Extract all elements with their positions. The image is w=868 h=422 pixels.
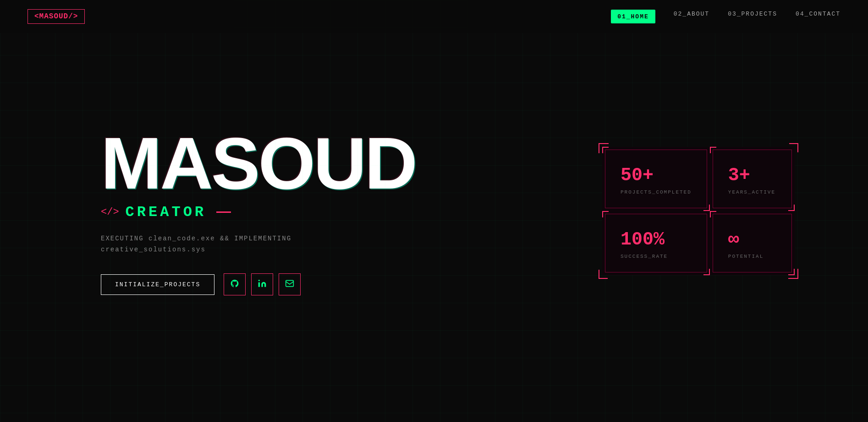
svg-point-0 <box>258 279 260 281</box>
action-row: INITIALIZE_PROJECTS <box>101 273 416 295</box>
role-text: CREATOR <box>126 204 206 221</box>
linkedin-button[interactable] <box>251 273 273 295</box>
nav-link-projects[interactable]: 03_PROJECTS <box>728 11 777 17</box>
logo[interactable]: <MASOUD/> <box>27 9 85 24</box>
nav-item-home[interactable]: 01_HOME <box>611 10 655 23</box>
stat-label-potential: POTENTIAL <box>728 254 776 259</box>
nav-links: 01_HOME 02_ABOUT 03_PROJECTS 04_CONTACT <box>611 10 841 23</box>
stat-value-success: 100% <box>621 231 692 249</box>
email-button[interactable] <box>279 273 301 295</box>
card-corner-br <box>703 205 710 211</box>
card-corner-br <box>788 269 795 275</box>
email-icon <box>285 279 294 290</box>
nav-item-contact[interactable]: 04_CONTACT <box>796 10 841 23</box>
stat-label-success: SUCCESS_RATE <box>621 254 692 259</box>
linkedin-icon <box>258 279 267 290</box>
navbar: <MASOUD/> 01_HOME 02_ABOUT 03_PROJECTS 0… <box>0 0 868 33</box>
nav-link-home[interactable]: 01_HOME <box>617 13 649 20</box>
card-corner-tl <box>710 147 716 153</box>
stats-grid: 50+ PROJECTS_COMPLETED 3+ YEARS_ACTIVE 1… <box>602 147 795 275</box>
stat-value-projects: 50+ <box>621 167 692 185</box>
tagline: EXECUTING clean_code.exe && IMPLEMENTING… <box>101 233 416 255</box>
main-content: MASOUD </> CREATOR EXECUTING clean_code.… <box>0 0 868 422</box>
stat-label-projects: PROJECTS_COMPLETED <box>621 189 692 195</box>
card-corner-br <box>788 205 795 211</box>
hero-name: MASOUD <box>101 127 416 200</box>
stat-value-potential: ∞ <box>728 231 776 249</box>
svg-rect-1 <box>286 280 294 286</box>
nav-item-about[interactable]: 02_ABOUT <box>674 10 709 23</box>
stat-card-years: 3+ YEARS_ACTIVE <box>710 147 795 211</box>
stat-card-success: 100% SUCCESS_RATE <box>602 211 710 275</box>
code-icon: </> <box>101 206 119 218</box>
hero-section: MASOUD </> CREATOR EXECUTING clean_code.… <box>101 127 416 296</box>
tagline-line2: creative_solutions.sys <box>101 246 206 253</box>
github-icon <box>230 279 239 290</box>
stat-label-years: YEARS_ACTIVE <box>728 189 776 195</box>
card-corner-tl <box>710 211 716 217</box>
stat-card-projects: 50+ PROJECTS_COMPLETED <box>602 147 710 211</box>
role-row: </> CREATOR <box>101 204 416 221</box>
card-corner-br <box>703 269 710 275</box>
card-corner-tl <box>602 211 609 217</box>
nav-item-projects[interactable]: 03_PROJECTS <box>728 10 777 23</box>
stat-card-potential: ∞ POTENTIAL <box>710 211 795 275</box>
stat-value-years: 3+ <box>728 167 776 185</box>
nav-link-contact[interactable]: 04_CONTACT <box>796 11 841 17</box>
logo-text: <MASOUD/> <box>34 12 78 21</box>
cursor-decoration <box>216 211 231 213</box>
nav-link-about[interactable]: 02_ABOUT <box>674 11 709 17</box>
cta-button[interactable]: INITIALIZE_PROJECTS <box>101 274 214 295</box>
github-button[interactable] <box>224 273 246 295</box>
social-icons <box>224 273 301 295</box>
card-corner-tl <box>602 147 609 153</box>
tagline-line1: EXECUTING clean_code.exe && IMPLEMENTING <box>101 235 291 242</box>
